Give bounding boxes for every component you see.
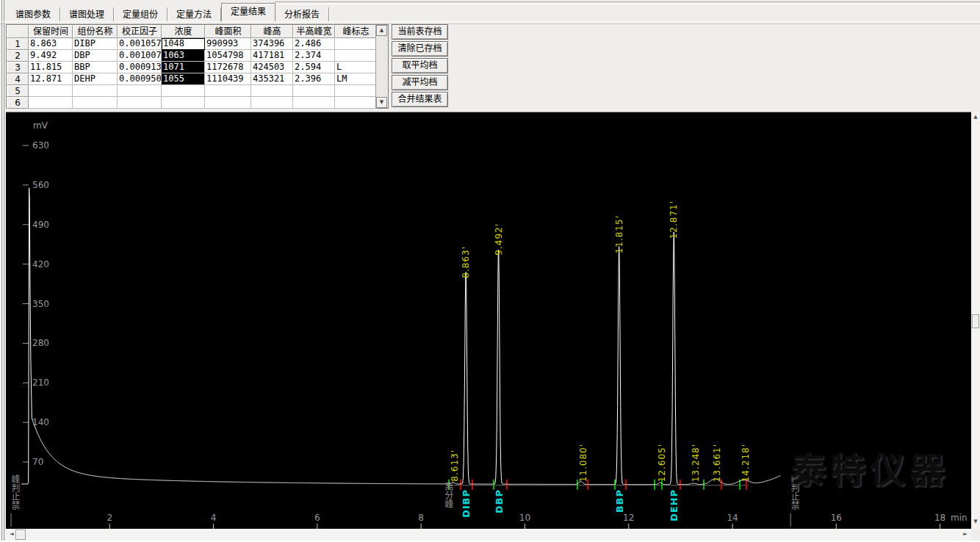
- table-cell[interactable]: 1054798: [205, 50, 251, 62]
- scroll-up-icon[interactable]: ▲: [376, 25, 387, 36]
- svg-text:mV: mV: [33, 120, 48, 131]
- tab-quant-components[interactable]: 定量组份: [114, 7, 167, 22]
- table-row: 6: [7, 97, 388, 109]
- table-cell[interactable]: 1071: [162, 62, 205, 73]
- table-cell[interactable]: [29, 97, 73, 109]
- save-current-table-button[interactable]: 当前表存档: [392, 24, 448, 40]
- svg-text:4: 4: [211, 513, 217, 523]
- table-cell[interactable]: 12.871: [29, 73, 73, 85]
- table-cell[interactable]: 417181: [251, 50, 293, 62]
- table-cell[interactable]: 2.594: [293, 62, 335, 73]
- row-header[interactable]: 5: [7, 85, 29, 97]
- table-cell[interactable]: 1110439: [205, 73, 251, 85]
- table-cell[interactable]: 1172678: [205, 62, 251, 73]
- table-cell[interactable]: [251, 85, 293, 97]
- table-cell[interactable]: 435321: [251, 73, 293, 85]
- table-cell[interactable]: [73, 97, 118, 109]
- table-cell[interactable]: [73, 85, 118, 97]
- table-header-row: 保留时间组份名称校正因子浓度峰面积峰高半高峰宽峰标志: [7, 25, 388, 38]
- merge-results-table-button[interactable]: 合并结果表: [392, 92, 448, 107]
- table-body: 18.863DIBP0.0010571910489909933743962.48…: [7, 38, 388, 109]
- table-cell[interactable]: 8.863: [29, 38, 73, 50]
- corner-header-cell: [7, 25, 29, 38]
- table-cell[interactable]: [293, 97, 335, 109]
- vertical-scrollbar[interactable]: ▲ ▼: [971, 112, 980, 529]
- table-cell[interactable]: 0.00100738: [118, 50, 162, 62]
- table-scrollbar[interactable]: ▲ ▼: [375, 25, 388, 108]
- table-cell[interactable]: [335, 38, 377, 50]
- table-cell[interactable]: 2.374: [293, 50, 335, 62]
- table-cell[interactable]: 1055: [162, 73, 205, 85]
- top-divider: [275, 1, 980, 4]
- table-cell[interactable]: [205, 97, 251, 109]
- table-cell[interactable]: 374396: [251, 38, 293, 50]
- svg-text:14: 14: [727, 513, 738, 523]
- tab-spectrum-process[interactable]: 谱图处理: [60, 7, 114, 22]
- table-cell[interactable]: [118, 85, 162, 97]
- table-cell[interactable]: 1063: [162, 50, 205, 62]
- svg-text:560: 560: [32, 180, 49, 190]
- table-cell[interactable]: [293, 85, 335, 97]
- svg-text:16: 16: [831, 513, 842, 523]
- table-cell[interactable]: 9.492: [29, 50, 73, 62]
- tab-quant-results[interactable]: 定量结果: [221, 3, 275, 22]
- table-cell[interactable]: [335, 85, 377, 97]
- table-cell[interactable]: L: [335, 62, 377, 73]
- get-average-button[interactable]: 取平均档: [392, 58, 448, 73]
- table-cell[interactable]: 0.00105719: [118, 38, 162, 50]
- table-cell[interactable]: [162, 85, 205, 97]
- table-cell[interactable]: 2.396: [293, 73, 335, 85]
- table-cell[interactable]: [335, 50, 377, 62]
- svg-text:350: 350: [32, 299, 49, 309]
- svg-text:630: 630: [32, 140, 49, 151]
- svg-text:18: 18: [934, 513, 945, 523]
- table-cell[interactable]: 2.486: [293, 38, 335, 50]
- table-cell[interactable]: DIBP: [73, 38, 118, 50]
- table-cell[interactable]: 11.815: [29, 62, 73, 73]
- row-header[interactable]: 1: [7, 38, 29, 50]
- table-cell[interactable]: 990993: [205, 38, 251, 50]
- table-cell[interactable]: LM: [335, 73, 377, 85]
- table-cell[interactable]: [251, 97, 293, 109]
- table-cell[interactable]: 424503: [251, 62, 293, 73]
- clear-archived-button[interactable]: 清除已存档: [392, 41, 448, 57]
- table-cell[interactable]: [335, 97, 377, 109]
- scroll-right-icon[interactable]: ►: [960, 530, 970, 540]
- svg-text:6: 6: [314, 513, 320, 523]
- svg-text:2: 2: [107, 513, 112, 523]
- row-header[interactable]: 4: [7, 73, 29, 85]
- row-header[interactable]: 6: [7, 97, 29, 109]
- svg-text:70: 70: [32, 457, 43, 467]
- scroll-down-icon[interactable]: ▼: [376, 97, 387, 108]
- vertical-scrollbar-thumb[interactable]: [972, 314, 979, 328]
- table-cell[interactable]: BBP: [73, 62, 118, 73]
- row-header[interactable]: 2: [7, 50, 29, 62]
- svg-text:8: 8: [418, 513, 424, 523]
- table-cell[interactable]: [29, 85, 73, 97]
- table-row: 412.871DEHP0.00095049105511104394353212.…: [7, 73, 388, 85]
- chromatogram-plot[interactable]: 70140210280350420490560630mV246810121416…: [6, 112, 971, 530]
- svg-text:12: 12: [623, 513, 634, 523]
- svg-text:10: 10: [519, 513, 530, 523]
- tab-analysis-report[interactable]: 分析报告: [275, 7, 329, 22]
- scroll-down-icon[interactable]: ▼: [971, 517, 980, 527]
- subtract-average-button[interactable]: 减平均档: [392, 75, 448, 90]
- tab-quant-method[interactable]: 定量方法: [167, 7, 221, 22]
- vendor-watermark: 泰特仪器: [790, 441, 949, 493]
- table-cell[interactable]: 1048: [162, 38, 205, 50]
- table-cell[interactable]: 0.00091338: [118, 62, 162, 73]
- table-cell[interactable]: [162, 97, 205, 109]
- table-cell[interactable]: [118, 97, 162, 109]
- row-header[interactable]: 3: [7, 62, 29, 73]
- svg-text:420: 420: [32, 259, 49, 270]
- horizontal-scrollbar-thumb[interactable]: [15, 530, 26, 540]
- horizontal-scrollbar[interactable]: ◄ ►: [6, 529, 971, 541]
- table-cell[interactable]: 0.00095049: [118, 73, 162, 85]
- table-cell[interactable]: DBP: [73, 50, 118, 62]
- table-cell[interactable]: DEHP: [73, 73, 118, 85]
- results-table: 保留时间组份名称校正因子浓度峰面积峰高半高峰宽峰标志 18.863DIBP0.0…: [6, 24, 389, 109]
- column-header: 峰面积: [205, 25, 251, 38]
- scroll-up-icon[interactable]: ▲: [971, 112, 980, 122]
- tab-spectrum-params[interactable]: 谱图参数: [7, 7, 60, 22]
- table-cell[interactable]: [205, 85, 251, 97]
